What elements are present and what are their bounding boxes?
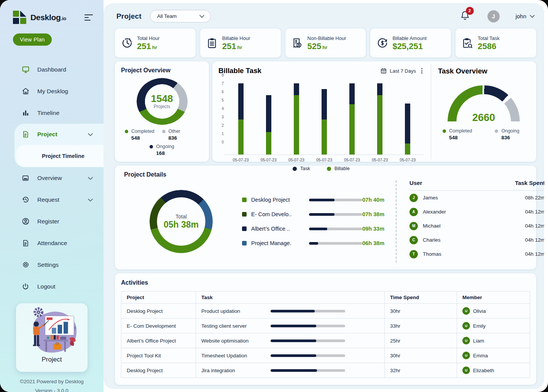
user-row: T Thomas 04h 12m bbox=[409, 247, 544, 261]
view-plan-button[interactable]: View Plan bbox=[13, 33, 52, 46]
brand-name: Desklog.io bbox=[30, 13, 66, 22]
user-avatar: C bbox=[409, 236, 418, 244]
time-value: 07h 38m bbox=[362, 211, 384, 217]
project-name: Desklog Project bbox=[251, 197, 309, 203]
monitor-icon bbox=[21, 65, 30, 74]
activity-row: Desklog Project Product updation 30hr U … bbox=[121, 304, 530, 319]
billable-bar-segment bbox=[266, 132, 271, 155]
user-task-time: 04h 12m bbox=[525, 209, 545, 215]
user-name: Thomas bbox=[423, 251, 441, 257]
user-avatar: T bbox=[409, 250, 418, 258]
desklog-logo-icon bbox=[13, 11, 27, 24]
user-avatar: M bbox=[409, 222, 418, 230]
y-tick: 1 bbox=[221, 132, 224, 136]
sidebar-item-my-desklog[interactable]: My Desklog bbox=[0, 80, 104, 102]
chart-bars-icon bbox=[21, 109, 30, 117]
activities-title: Activities bbox=[121, 279, 530, 286]
sidebar: Desklog.io View Plan Dashboard My Desklo… bbox=[0, 0, 104, 392]
member-avatar: U bbox=[462, 367, 470, 374]
user-task-time: 04h 12m bbox=[525, 223, 545, 229]
project-detail-row: Desklog Project 07h 40m bbox=[242, 197, 384, 203]
project-detail-row: E- Com Develo.. 07h 38m bbox=[242, 211, 384, 217]
progress-track bbox=[309, 213, 362, 216]
x-tick-label: 05-07-23 bbox=[255, 158, 282, 162]
task-bar-segment bbox=[322, 89, 327, 119]
activity-project: Desklog Project bbox=[121, 363, 196, 378]
kebab-menu-icon[interactable] bbox=[420, 67, 424, 74]
billable-task-overview-card: Billable Task Last 7 Days 012345678 05-0… bbox=[212, 61, 536, 162]
y-axis: 012345678 bbox=[218, 80, 225, 155]
billable-bar-segment bbox=[349, 104, 355, 155]
logo-row: Desklog.io bbox=[0, 0, 104, 24]
user-name: Michael bbox=[423, 223, 441, 229]
sidebar-item-project-timeline[interactable]: Project Timeline bbox=[16, 145, 104, 167]
sidebar-item-attendance[interactable]: Attendance bbox=[0, 232, 104, 254]
sidebar-item-settings[interactable]: Settings bbox=[0, 254, 104, 276]
billable-bar-segment bbox=[322, 120, 327, 155]
activity-time-spend: 33hr bbox=[385, 319, 457, 333]
time-value: 06h 38m bbox=[362, 240, 384, 246]
stat-card-total-hour: Total Hour 251hr bbox=[115, 29, 196, 57]
x-tick-label: 05-07-23 bbox=[310, 158, 338, 162]
billable-task-pane: Billable Task Last 7 Days 012345678 05-0… bbox=[212, 61, 431, 162]
activity-task: Product updation bbox=[201, 308, 265, 314]
sidebar-item-overview[interactable]: Overview bbox=[0, 167, 104, 189]
sidebar-item-logout[interactable]: Logout bbox=[0, 276, 104, 297]
task-bar-segment bbox=[238, 83, 244, 120]
x-tick-label: 05-07-23 bbox=[282, 158, 310, 162]
user-menu[interactable]: john bbox=[516, 13, 535, 19]
sidebar-nav: Dashboard My Desklog Timeline bbox=[0, 59, 104, 297]
progress-fill bbox=[271, 369, 317, 372]
total-time: 05h 38m bbox=[164, 220, 199, 230]
member-name: Emma bbox=[473, 353, 488, 359]
gear-icon bbox=[21, 261, 30, 269]
y-tick: 8 bbox=[221, 73, 224, 77]
sidebar-item-request[interactable]: Request bbox=[0, 189, 104, 210]
notification-bell[interactable]: 2 bbox=[460, 10, 470, 22]
bar-group bbox=[282, 80, 310, 155]
y-tick: 6 bbox=[221, 90, 224, 94]
activity-row: Project Tool Kit Timesheet Updation 30hr… bbox=[121, 348, 530, 363]
task-overview-pane: Task Overview 2660 Completed 548 Ongoing… bbox=[431, 61, 536, 162]
bar-group bbox=[366, 80, 394, 155]
sidebar-item-project[interactable]: Project bbox=[14, 124, 104, 145]
progress-track bbox=[309, 228, 362, 230]
stat-card-billable-hour: Billable Hour 251hr bbox=[200, 29, 281, 57]
billable-bar-segment bbox=[238, 120, 244, 155]
task-total-count: 2660 bbox=[448, 112, 520, 122]
progress-fill bbox=[271, 325, 316, 327]
billable-bar-segment bbox=[405, 143, 410, 155]
x-tick-label: 05-07-23 bbox=[394, 158, 422, 162]
user-name: Charles bbox=[423, 237, 441, 243]
y-tick: 3 bbox=[221, 115, 224, 119]
member-avatar: U bbox=[462, 337, 470, 344]
billable-task-title: Billable Task bbox=[218, 67, 261, 75]
file-icon bbox=[21, 239, 30, 247]
bar-group bbox=[310, 80, 338, 155]
date-range-control[interactable]: Last 7 Days bbox=[381, 68, 416, 74]
member-name: Elizabeth bbox=[473, 368, 494, 373]
person-circle-icon bbox=[21, 217, 30, 226]
task-spent-column-header: Task Spent bbox=[515, 180, 544, 186]
user-name: James bbox=[423, 195, 438, 201]
user-avatar: J bbox=[409, 194, 418, 202]
sidebar-collapse-icon[interactable] bbox=[83, 13, 94, 22]
team-filter-select[interactable]: All Team bbox=[150, 10, 211, 22]
project-overview-title: Project Overview bbox=[121, 67, 203, 74]
sidebar-item-timeline[interactable]: Timeline bbox=[0, 102, 104, 124]
legend-completed: Completed 548 bbox=[125, 129, 162, 141]
illustration-label: Project bbox=[42, 356, 62, 363]
legend-other: Other 836 bbox=[162, 129, 199, 141]
member-avatar: U bbox=[462, 322, 470, 330]
sidebar-item-register[interactable]: Register bbox=[0, 210, 104, 232]
sidebar-item-dashboard[interactable]: Dashboard bbox=[0, 59, 104, 80]
activity-row: E- Com Development Testing client server… bbox=[121, 319, 530, 333]
task-bar-segment bbox=[377, 83, 382, 95]
chevron-down-icon bbox=[530, 15, 535, 18]
task-overview-title: Task Overview bbox=[438, 67, 529, 75]
project-overview-card: Project Overview 1548 Projects Completed… bbox=[115, 61, 209, 162]
user-task-time: 04h 12m bbox=[525, 237, 545, 243]
progress-fill bbox=[309, 199, 335, 201]
user-list: J James 08h 22mA Alexander 04h 12mM Mich… bbox=[409, 191, 544, 261]
avatar[interactable]: J bbox=[487, 10, 500, 22]
